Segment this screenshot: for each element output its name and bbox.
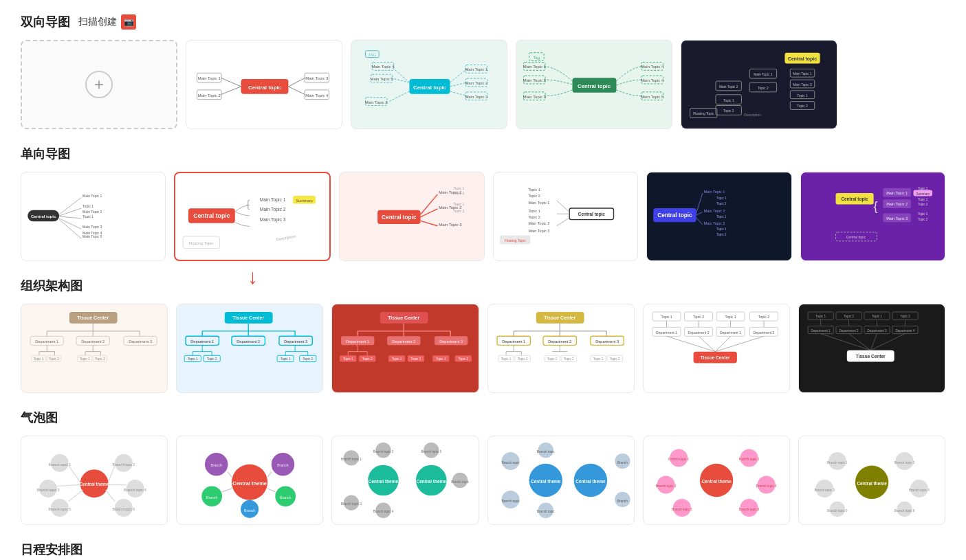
- svg-text:Branch topic: Branch topic: [501, 461, 519, 464]
- svg-text:Topic 2: Topic 2: [459, 357, 469, 361]
- svg-text:Topic 2: Topic 2: [693, 315, 704, 319]
- svg-line-361: [267, 472, 272, 477]
- svg-text:Branch topic 3: Branch topic 3: [341, 502, 362, 506]
- svg-line-347: [106, 490, 115, 502]
- svg-text:Summary: Summary: [916, 192, 930, 196]
- svg-text:Branch topic 1: Branch topic 1: [827, 461, 848, 464]
- template-card-org-2[interactable]: Tissue Center Department 1 Department 2 …: [176, 304, 323, 393]
- svg-text:Main Topic 1: Main Topic 1: [465, 67, 487, 71]
- svg-text:Department 3: Department 3: [284, 339, 307, 344]
- svg-text:Branch topic 5: Branch topic 5: [827, 509, 848, 513]
- svg-text:Department 1: Department 1: [811, 329, 831, 333]
- svg-text:Department 2: Department 2: [393, 339, 416, 344]
- template-card-bubble-5[interactable]: Central theme Branch topic 1 Branch topi…: [643, 436, 790, 525]
- svg-text:Topic 1: Topic 1: [797, 94, 808, 98]
- svg-text:Main Topic 1: Main Topic 1: [704, 190, 725, 194]
- template-card-org-5[interactable]: Topic 1 Topic 2 Topic 1 Topic 2 Departme…: [643, 304, 790, 393]
- svg-text:Branch topic 3: Branch topic 3: [814, 489, 835, 492]
- template-card-uni-4[interactable]: Floating Topic Central topic Topic 1 Top…: [493, 172, 638, 261]
- svg-text:Main Topic 1: Main Topic 1: [754, 73, 773, 76]
- svg-line-343: [109, 466, 115, 482]
- svg-line-102: [421, 194, 438, 214]
- svg-line-296: [666, 336, 715, 351]
- svg-text:Main Topic 3: Main Topic 3: [523, 95, 547, 99]
- template-card-green[interactable]: Tag Central topic Main Topic 1 Main Topi…: [516, 40, 672, 129]
- svg-line-2: [221, 78, 241, 87]
- svg-text:Topic 1: Topic 1: [501, 357, 511, 361]
- svg-text:Department 2: Department 2: [839, 329, 859, 333]
- svg-text:Main Topic 1: Main Topic 1: [886, 191, 908, 195]
- svg-text:Main Topic 2: Main Topic 2: [719, 85, 738, 89]
- svg-text:Department 2: Department 2: [548, 339, 571, 344]
- svg-text:Tag: Tag: [534, 56, 540, 60]
- template-card-uni-2[interactable]: Floating Topic Central topic { Main Topi…: [174, 172, 331, 261]
- svg-text:Topic 1: Topic 1: [661, 315, 672, 319]
- svg-text:Branch topic 3: Branch topic 3: [655, 484, 676, 488]
- svg-text:Main Topic 4: Main Topic 4: [641, 65, 664, 69]
- svg-text:Branch topic 1: Branch topic 1: [341, 458, 362, 461]
- svg-text:Main Topic 1: Main Topic 1: [793, 72, 812, 76]
- svg-line-33: [450, 91, 468, 96]
- svg-text:Central theme: Central theme: [79, 482, 109, 486]
- bidirectional-templates: + Central topic Main Topic 1 Main Topic …: [21, 40, 945, 129]
- template-card-bubble-6[interactable]: Central theme Branch topic 1 Branch topi…: [798, 436, 945, 525]
- section-title-unidirectional: 单向导图: [21, 146, 70, 162]
- template-card-bubble-4[interactable]: Central theme Central theme Branch topic…: [487, 436, 635, 525]
- template-card-uni-5[interactable]: Central topic Main Topic 1 Topic 1 Topic…: [646, 172, 791, 261]
- template-card-teal[interactable]: TAG Central topic Main Topic 4 Main Topi…: [351, 40, 507, 129]
- template-card-org-4[interactable]: Tissue Center Department 1 Department 2 …: [487, 304, 635, 393]
- svg-line-24: [389, 91, 410, 102]
- svg-text:Department 2: Department 2: [237, 339, 260, 344]
- svg-text:Main Topic 3: Main Topic 3: [439, 223, 463, 227]
- svg-text:Branch topic: Branch topic: [536, 450, 554, 453]
- template-card-bubble-3[interactable]: Central theme Central theme Branch topic…: [331, 436, 479, 525]
- svg-text:Branch: Branch: [617, 461, 628, 464]
- svg-text:Branch topic 4: Branch topic 4: [756, 484, 777, 488]
- template-card-org-6[interactable]: Topic 1 Topic 2 Topic 1 Topic 2 Departme…: [798, 304, 945, 393]
- svg-text:Topic 2: Topic 2: [528, 215, 540, 219]
- template-card-org-1[interactable]: Tissue Center Department 1 Department 2 …: [21, 304, 168, 393]
- svg-text:Topic 1: Topic 1: [918, 198, 928, 201]
- svg-text:Topic 1: Topic 1: [918, 212, 928, 216]
- template-card-basic[interactable]: Central topic Main Topic 1 Main Topic 2 …: [186, 40, 342, 129]
- svg-text:Topic 1: Topic 1: [83, 204, 94, 208]
- svg-text:Branch topic 3: Branch topic 3: [37, 488, 60, 492]
- section-title-schedule: 日程安排图: [21, 541, 83, 558]
- svg-text:Main Topic 2: Main Topic 2: [528, 221, 549, 225]
- template-card-org-3[interactable]: Tissue Center Department 1 Department 2 …: [331, 304, 479, 393]
- svg-text:Main Topic 4: Main Topic 4: [372, 65, 395, 69]
- scan-create-button[interactable]: 扫描创建 📷: [78, 14, 136, 30]
- svg-line-110: [421, 221, 438, 225]
- template-card-bubble-2[interactable]: Central theme Branch Branch Branch Branc…: [176, 436, 323, 525]
- svg-text:Floating Topic: Floating Topic: [189, 241, 214, 245]
- svg-text:Department 2: Department 2: [81, 339, 105, 344]
- svg-text:Topic 2: Topic 2: [454, 209, 465, 213]
- template-card-uni-6[interactable]: Central topic { Main Topic 1 Topic 1 Top…: [800, 172, 945, 261]
- svg-text:Topic 2: Topic 2: [716, 202, 727, 205]
- svg-text:Topic 1: Topic 1: [343, 357, 353, 361]
- svg-text:Tissue Center: Tissue Center: [77, 315, 109, 320]
- svg-text:Central topic: Central topic: [578, 83, 611, 89]
- template-card-uni-3[interactable]: Central topic Main Topic 1 Topic 1 Topic…: [339, 172, 484, 261]
- svg-text:Central theme: Central theme: [857, 481, 887, 486]
- svg-text:Topic 1: Topic 1: [188, 357, 198, 361]
- svg-text:Branch topic 1: Branch topic 1: [48, 462, 71, 467]
- svg-text:Topic 2: Topic 2: [362, 357, 373, 361]
- svg-line-138: [696, 218, 703, 225]
- template-card-add[interactable]: +: [21, 40, 177, 129]
- template-card-dark[interactable]: Central topic Main Topic 1 Main Topic 3 …: [681, 40, 837, 129]
- svg-line-84: [59, 219, 81, 229]
- template-card-uni-1[interactable]: Central topic Main Topic 1 Topic 1 Main …: [21, 172, 166, 261]
- svg-text:Main Topic 5: Main Topic 5: [371, 77, 394, 81]
- svg-text:Main Topic 5: Main Topic 5: [83, 234, 102, 238]
- svg-text:Department 1: Department 1: [720, 331, 741, 335]
- svg-text:Department 3: Department 3: [595, 339, 619, 344]
- svg-text:Branch topic: Branch topic: [536, 510, 554, 513]
- template-card-bubble-1[interactable]: Central theme Branch topic 1 Branch topi…: [21, 436, 168, 525]
- svg-text:Topic 1: Topic 1: [723, 99, 734, 102]
- svg-text:Summary: Summary: [296, 199, 314, 203]
- svg-text:Topic 2: Topic 2: [95, 357, 105, 361]
- svg-text:Topic 1: Topic 1: [528, 188, 540, 192]
- svg-text:Main Topic 4: Main Topic 4: [641, 78, 664, 82]
- svg-text:Topic 1: Topic 1: [454, 186, 465, 190]
